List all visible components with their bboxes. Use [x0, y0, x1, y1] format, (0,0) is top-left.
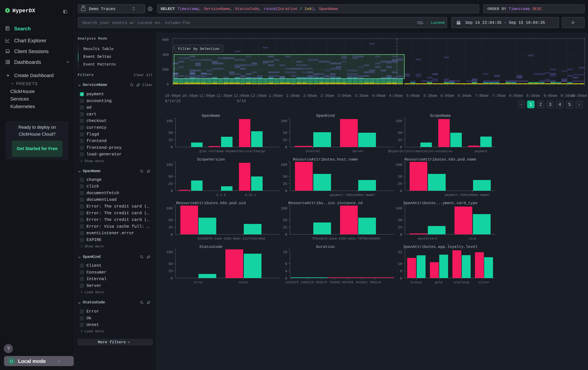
svg-text:0: 0 — [285, 276, 287, 280]
svg-text:2:30am: 2:30am — [320, 94, 334, 98]
svg-text:7:30am: 7:30am — [492, 94, 506, 98]
svg-text:9/14/25: 9/14/25 — [165, 99, 181, 103]
svg-text:50: 50 — [398, 175, 402, 179]
svg-text:16: 16 — [398, 262, 402, 266]
svg-text:25: 25 — [168, 138, 173, 142]
svg-text:100: 100 — [281, 206, 287, 210]
svg-text:6:00am: 6:00am — [441, 94, 454, 98]
svg-text:payment-7985c8969c-mwmw7: payment-7985c8969c-mwmw7 — [445, 193, 490, 197]
svg-text:bronze: bronze — [410, 281, 422, 284]
svg-text:100: 100 — [166, 206, 173, 210]
svg-text:grpc.oteldemo.PaymentService/C: grpc.oteldemo.PaymentService/Charge — [199, 150, 265, 153]
svg-text:0: 0 — [170, 276, 173, 280]
svg-text:25: 25 — [168, 269, 173, 273]
svg-text:ScopeName: ScopeName — [430, 114, 451, 118]
svg-text:mastercard: mastercard — [418, 237, 437, 240]
svg-text:6:30am: 6:30am — [458, 94, 472, 98]
svg-text:25: 25 — [398, 182, 402, 186]
svg-text:0: 0 — [170, 189, 173, 193]
svg-text:25: 25 — [283, 225, 287, 230]
svg-text:25: 25 — [168, 182, 173, 186]
svg-text:400: 400 — [162, 53, 169, 57]
svg-text:200: 200 — [162, 68, 169, 72]
svg-text:8:30am: 8:30am — [526, 94, 540, 98]
svg-text:11:00pm: 11:00pm — [199, 94, 215, 98]
svg-text:gold: gold — [435, 281, 443, 284]
svg-text:1:00am: 1:00am — [269, 94, 283, 98]
svg-text:f5344ec9-a1ea-4290-a62a-78f5be: f5344ec9-a1ea-4290-a62a-78f5bee8d90b — [312, 237, 380, 240]
svg-text:583275: 583275 — [316, 281, 327, 284]
svg-text:0: 0 — [285, 189, 287, 193]
svg-text:0: 0 — [400, 276, 402, 280]
svg-text:1405128: 1405128 — [301, 281, 314, 284]
svg-text:ScopeVersion: ScopeVersion — [197, 157, 225, 162]
svg-text:0: 0 — [400, 145, 402, 150]
svg-text:25: 25 — [398, 138, 402, 142]
svg-text:50: 50 — [168, 218, 173, 222]
svg-text:visa: visa — [469, 237, 476, 240]
svg-text:ResourceAttributes.k8s.pod.uid: ResourceAttributes.k8s.pod.uid — [176, 201, 246, 205]
svg-text:50: 50 — [283, 175, 287, 179]
svg-text:100: 100 — [281, 163, 287, 167]
svg-text:25: 25 — [283, 182, 287, 186]
svg-text:1019375: 1019375 — [285, 281, 298, 284]
svg-text:0.1.0: 0.1.0 — [216, 193, 226, 197]
svg-text:8:00am: 8:00am — [509, 94, 523, 98]
svg-text:Internal: Internal — [305, 150, 320, 153]
svg-text:0: 0 — [170, 233, 173, 237]
svg-text:SpanName: SpanName — [202, 114, 220, 118]
svg-text:payment: payment — [474, 150, 488, 153]
svg-text:50: 50 — [168, 131, 173, 135]
svg-text:999176: 999176 — [370, 281, 381, 284]
svg-text:50: 50 — [168, 175, 173, 179]
svg-text:7:00am: 7:00am — [475, 94, 489, 98]
svg-text:100: 100 — [166, 163, 173, 167]
svg-text:10:00pm: 10:00pm — [165, 94, 181, 98]
svg-text:759085: 759085 — [329, 281, 340, 284]
svg-text:100: 100 — [166, 250, 173, 254]
svg-text:50: 50 — [398, 218, 402, 222]
svg-text:3:30am: 3:30am — [355, 94, 368, 98]
svg-text:10:30pm: 10:30pm — [182, 94, 198, 98]
svg-text:11:30pm: 11:30pm — [216, 94, 232, 98]
svg-text:1:30am: 1:30am — [286, 94, 300, 98]
svg-text:Server: Server — [352, 150, 364, 153]
svg-text:ResourceAttributes.host.name: ResourceAttributes.host.name — [293, 157, 358, 162]
svg-text:4:00am: 4:00am — [372, 94, 386, 98]
svg-text:5e02b5fb-13ae-4296-bbbc-111f42: 5e02b5fb-13ae-4296-bbbc-111f423c460d — [197, 237, 265, 240]
svg-text:0: 0 — [170, 145, 173, 150]
svg-text:Error: Error — [194, 281, 203, 284]
svg-text:payment-7985c8969c-mwmw7: payment-7985c8969c-mwmw7 — [330, 193, 375, 197]
svg-text:SpanKind: SpanKind — [316, 114, 335, 118]
svg-text:2:00am: 2:00am — [303, 94, 317, 98]
svg-text:0: 0 — [285, 145, 287, 150]
svg-text:9/15: 9/15 — [237, 99, 246, 103]
svg-text:12:30am: 12:30am — [251, 94, 267, 98]
svg-text:12:00am: 12:00am — [233, 94, 249, 98]
svg-text:50: 50 — [283, 131, 287, 135]
svg-text:8: 8 — [400, 269, 402, 273]
svg-text:100: 100 — [396, 119, 402, 123]
svg-text:100: 100 — [396, 163, 402, 167]
svg-text:0: 0 — [285, 233, 287, 237]
svg-text:ResourceAttribu..ice.instance.: ResourceAttribu..ice.instance.id — [288, 201, 363, 205]
svg-text:9:00am: 9:00am — [543, 94, 557, 98]
svg-text:silver: silver — [478, 281, 489, 284]
svg-text:25: 25 — [398, 225, 402, 230]
svg-text:807648: 807648 — [342, 281, 353, 284]
svg-text:50: 50 — [283, 218, 287, 222]
svg-text:0: 0 — [400, 233, 402, 237]
svg-text:842654: 842654 — [356, 281, 367, 284]
svg-text:50: 50 — [168, 262, 173, 266]
svg-text:0: 0 — [400, 189, 402, 193]
svg-text:5:30am: 5:30am — [423, 94, 437, 98]
svg-text:@hyperdx/instrumentation-excep: @hyperdx/instrumentation-exception — [388, 150, 452, 153]
svg-text:4: 4 — [285, 269, 287, 273]
svg-text:32: 32 — [398, 250, 402, 254]
svg-text:StatusCode: StatusCode — [199, 245, 222, 249]
svg-text:0.51.1: 0.51.1 — [245, 193, 256, 197]
svg-text:50: 50 — [398, 131, 402, 135]
svg-text:4:30am: 4:30am — [389, 94, 403, 98]
svg-text:100: 100 — [281, 119, 287, 123]
svg-text:Unset: Unset — [239, 281, 248, 284]
